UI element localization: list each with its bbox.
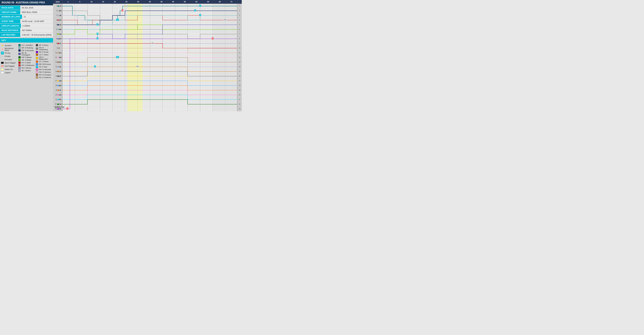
driver-km-label: KM: K Magnussen: [39, 56, 52, 60]
key-excluded: E Excluded: [1, 58, 17, 61]
grid-abbr-13: FA: [59, 66, 61, 68]
grid-pos-20: 21: [54, 99, 57, 100]
grid-pos-8: 9: [54, 42, 57, 44]
grid-pos-0: 1: [54, 5, 57, 7]
driver-rh-swatch: [36, 68, 38, 71]
driver-cs: CS: C Sainz: [36, 54, 52, 56]
circuit-length-value: 4.326km: [21, 24, 53, 28]
grid-cell-12: 13RG: [53, 60, 62, 64]
grid-dot-6: [58, 33, 59, 35]
num-laps-value: 71: [22, 15, 53, 19]
pit-marker: M: [212, 37, 214, 39]
driver-nh-label: NH: N Hulkenberg: [39, 47, 52, 50]
svg-text:★: ★: [124, 5, 126, 7]
safety-car-icon: [1, 68, 4, 71]
grid-cell-20: 21FN: [53, 97, 62, 102]
grid-abbr-1: NH: [59, 10, 62, 12]
driver-lh-swatch: [18, 44, 20, 46]
driver-me-label: ME: M Ericsson: [39, 63, 51, 65]
circuit-name-row: CIRCUIT NAME: RED BULL RING: [0, 10, 53, 14]
chart-header: Grid 1510152025303540455055606571: [53, 0, 242, 4]
lap-marker-15: 15: [97, 0, 109, 4]
driver-nr: NR: N Rosberg: [18, 47, 35, 49]
driver-eg: EG: E Guiterrez: [36, 76, 52, 78]
svg-text:Pe: Pe: [152, 42, 154, 44]
grid-pos-18: 19: [54, 89, 57, 91]
grid-pos-4: 5: [54, 24, 57, 25]
driver-fn-label: FN: F Nasr: [39, 66, 48, 68]
pos-right-12: 13: [238, 60, 242, 64]
lap-marker-50: 50: [179, 0, 191, 4]
grid-cell-3: 4KR: [53, 18, 62, 22]
key-black-flag-label: Black Flagged: [5, 62, 16, 64]
grid-abbr-18: JP: [59, 89, 61, 91]
pit-marker: P: [199, 5, 201, 7]
grid-abbr-15: SP: [59, 75, 62, 77]
grid-abbr-14: CS: [59, 71, 61, 72]
grid-cell-9: 10: [53, 46, 62, 50]
driver-kr: KR: K Raikkonen: [18, 64, 35, 66]
driver-dr-label: DR: D Ricciardo: [22, 49, 34, 51]
m-icon: M: [1, 48, 4, 51]
grid-dot-3: [58, 19, 59, 21]
pit-marker: M: [122, 9, 123, 11]
star-icon: ★: [1, 44, 4, 47]
driver-jb: JB: J Button: [18, 69, 35, 72]
key-penalty: Pe Penalty: [1, 55, 17, 58]
grid-abbr-20: FN: [59, 99, 62, 100]
red-flag-icon: [1, 65, 4, 67]
grid-dot-7: [58, 38, 59, 39]
chart-grid-label: Grid: [53, 0, 62, 4]
circuit-length-label: CIRCUIT LENGTH:: [0, 24, 21, 28]
svg-text:PP: PP: [116, 19, 118, 20]
driver-nr-swatch: [18, 47, 20, 49]
driver-fm: FM: F Massa: [18, 56, 35, 58]
driver-dr: DR: D Ricciardo: [18, 49, 35, 51]
key-lapped-label: Lapped: [5, 72, 10, 73]
lap-marker-5: 5: [74, 0, 86, 4]
driver-sp: SP: S Perez: [36, 44, 52, 46]
pos-column-right: 1234567891011121314151617181920212223: [237, 4, 242, 111]
grid-pos-14: 15: [54, 71, 57, 72]
grid-abbr-7: MV: [59, 38, 62, 40]
lap-marker-30: 30: [132, 0, 144, 4]
chart-container: Grid 1510152025303540455055606571 1LH2NH…: [53, 0, 242, 111]
key-red-flag-label: Red Flagged: [5, 65, 14, 67]
pe-icon: Pe: [1, 55, 4, 58]
driver-sp-label: SP: S Perez: [39, 44, 48, 46]
start-time-label: START TIME: [0, 19, 20, 23]
start-time-row: START TIME 14:00 Local - 12:00 GMT: [0, 19, 53, 23]
driver-fn: FN: F Nasr: [36, 66, 52, 68]
grid-dot-8: [58, 43, 59, 44]
grid-dot-5: [58, 29, 59, 30]
race-distance-label: RACE DISTANCE:: [0, 28, 20, 32]
driver-cs-label: CS: C Sainz: [39, 54, 48, 56]
driver-jp-label: JP: J Palmer: [39, 61, 49, 62]
driver-jp: JP: J Palmer: [36, 60, 52, 63]
grid-dot-2: [58, 15, 59, 16]
driver-fa-swatch: [18, 67, 20, 69]
svg-text:P: P: [200, 14, 200, 16]
pos-right-5: 6: [238, 27, 242, 32]
pos-right-17: 18: [238, 83, 242, 88]
grid-pos-7: 8: [54, 38, 57, 39]
driver-me: ME: M Ericsson: [36, 63, 52, 65]
lap-marker-60: 60: [202, 0, 214, 4]
driver-nh-swatch: [36, 47, 38, 50]
key-pitstop-label: Pit stop: [5, 52, 10, 54]
info-block: RACE DATE: 03 JUL 2016 CIRCUIT NAME: RED…: [0, 5, 53, 37]
grid-cell-4: 5DR: [53, 22, 62, 27]
pit-marker: P: [96, 37, 98, 39]
race-distance-row: RACE DISTANCE: 307.020km: [0, 28, 53, 32]
grid-dot-20: [58, 99, 59, 100]
race-date-label: RACE DATE:: [0, 5, 20, 10]
grid-cell-7: 8MV: [53, 36, 62, 41]
pit-marker: P: [199, 14, 201, 16]
driver-kr-swatch: [18, 64, 20, 66]
driver-jb-swatch: [18, 69, 20, 72]
grid-pos-9: 10: [55, 47, 58, 49]
grid-pos-5: 6: [54, 28, 57, 30]
black-flag-icon: [1, 61, 4, 64]
grid-abbr-10: EG: [59, 52, 62, 54]
driver-sv-swatch: [18, 61, 20, 64]
